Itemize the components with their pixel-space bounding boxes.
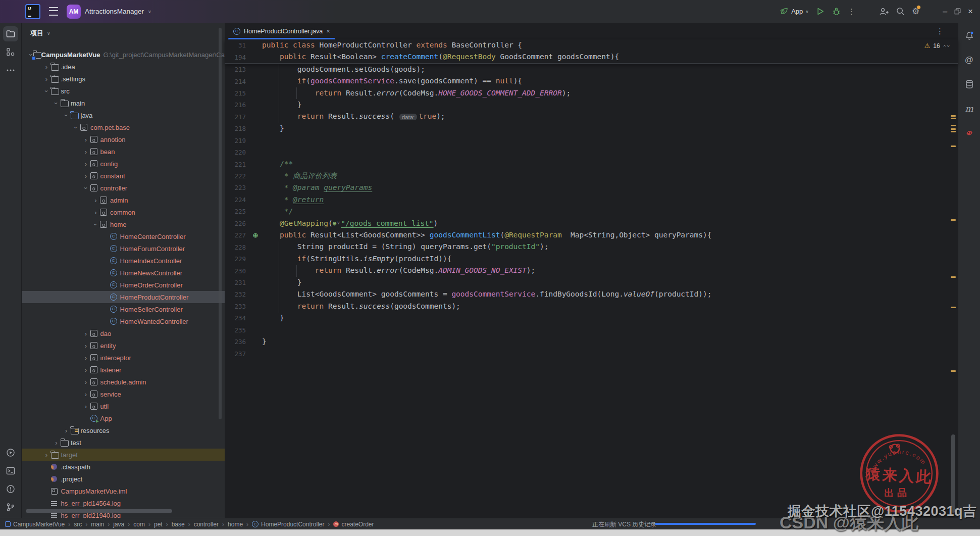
- code-line-214[interactable]: 214 if(goodsCommentService.save(goodsCom…: [225, 75, 958, 87]
- chevron-collapsed-icon[interactable]: ›: [82, 366, 90, 374]
- chevron-collapsed-icon[interactable]: ›: [82, 342, 90, 350]
- line-number[interactable]: 216: [225, 101, 249, 109]
- project-switcher[interactable]: AM AttractionsManager ∨: [67, 5, 151, 19]
- tree-item-main[interactable]: ›main: [22, 97, 225, 109]
- tree-item-controller[interactable]: ›controller: [22, 182, 225, 194]
- code-line-213[interactable]: 213 goodsComment.setGoods(goods);: [225, 64, 958, 75]
- tree-item-com.pet.base[interactable]: ›com.pet.base: [22, 121, 225, 133]
- tree-item-util[interactable]: ›util: [22, 400, 225, 412]
- next-warning-icon[interactable]: ›: [946, 45, 952, 47]
- request-mapping-gutter-icon[interactable]: ⊕: [249, 231, 262, 239]
- tool-structure-button[interactable]: [3, 44, 18, 60]
- breadcrumb-main[interactable]: main: [91, 521, 104, 528]
- tree-item-hs_err_pid14564.log[interactable]: hs_err_pid14564.log: [22, 497, 225, 509]
- chevron-expanded-icon[interactable]: ›: [43, 87, 50, 95]
- run-configuration-selector[interactable]: App ∨: [779, 7, 809, 17]
- chevron-expanded-icon[interactable]: ›: [53, 99, 60, 108]
- code-line-220[interactable]: 220: [225, 147, 958, 158]
- chevron-collapsed-icon[interactable]: ›: [82, 403, 90, 410]
- tree-item-test[interactable]: ›test: [22, 436, 225, 449]
- warning-stripe-mark[interactable]: [951, 125, 956, 126]
- code-line-221[interactable]: 221 /**: [225, 158, 958, 170]
- line-number[interactable]: 235: [225, 326, 249, 334]
- chevron-collapsed-icon[interactable]: ›: [42, 451, 51, 459]
- chevron-collapsed-icon[interactable]: ›: [82, 330, 90, 337]
- breadcrumb-java[interactable]: java: [113, 521, 124, 528]
- line-number[interactable]: 223: [225, 184, 249, 191]
- more-actions-icon[interactable]: ⋮: [848, 8, 855, 15]
- tree-item-.settings[interactable]: ›.settings: [22, 73, 225, 85]
- tree-item-resources[interactable]: ›resources: [22, 424, 225, 436]
- main-menu-icon[interactable]: [49, 7, 58, 16]
- tree-item-HomeIndexController[interactable]: HomeIndexController: [22, 255, 225, 267]
- code-line-232[interactable]: 232 List<GoodsComment> goodsComments = g…: [225, 288, 958, 300]
- code-line-219[interactable]: 219: [225, 135, 958, 147]
- chevron-collapsed-icon[interactable]: ›: [82, 160, 90, 168]
- project-panel-header[interactable]: 项目 ∨: [30, 29, 50, 38]
- breadcrumb-createOrder[interactable]: mcreateOrder: [333, 521, 374, 528]
- tree-item-common[interactable]: ›common: [22, 206, 225, 218]
- database-button[interactable]: [962, 77, 976, 91]
- tree-item-entity[interactable]: ›entity: [22, 339, 225, 352]
- tree-item-dao[interactable]: ›dao: [22, 327, 225, 339]
- code-line-230[interactable]: 230 return Result.error(CodeMsg.ADMIN_GO…: [225, 265, 958, 276]
- tree-item-.idea[interactable]: ›.idea: [22, 61, 225, 73]
- chevron-collapsed-icon[interactable]: ›: [82, 354, 90, 362]
- code-line-223[interactable]: 223 * @param queryParams: [225, 182, 958, 193]
- line-number[interactable]: 236: [225, 338, 249, 346]
- breadcrumb-base[interactable]: base: [172, 521, 185, 528]
- settings-button[interactable]: ⚙: [912, 6, 919, 17]
- line-number[interactable]: 226: [225, 220, 249, 227]
- tool-more-button[interactable]: [3, 63, 18, 78]
- tree-item-config[interactable]: ›config: [22, 158, 225, 170]
- line-number[interactable]: 213: [225, 66, 249, 73]
- chevron-expanded-icon[interactable]: ›: [82, 184, 90, 192]
- line-number[interactable]: 215: [225, 89, 249, 97]
- tree-item-home[interactable]: ›home: [22, 218, 225, 230]
- code-line-228[interactable]: 228 String productId = (String) queryPar…: [225, 241, 958, 253]
- warning-stripe-mark[interactable]: [951, 118, 956, 119]
- line-number[interactable]: 231: [225, 279, 249, 286]
- chevron-collapsed-icon[interactable]: ›: [82, 136, 90, 143]
- code-line-237[interactable]: 237: [225, 348, 958, 359]
- line-number[interactable]: 217: [225, 113, 249, 121]
- breadcrumb-home[interactable]: home: [228, 521, 243, 528]
- tree-item-annotion[interactable]: ›annotion: [22, 133, 225, 145]
- tree-item-.project[interactable]: .project: [22, 473, 225, 485]
- line-number[interactable]: 233: [225, 303, 249, 310]
- code-line-236[interactable]: 236}: [225, 336, 958, 348]
- code-line-222[interactable]: 222 * 商品评价列表: [225, 170, 958, 182]
- code-line-227[interactable]: 227⊕ public Result<List<GoodsComment>> g…: [225, 229, 958, 241]
- chevron-collapsed-icon[interactable]: ›: [52, 439, 61, 447]
- code-line-194[interactable]: 194 public Result<Boolean> createComment…: [225, 51, 958, 63]
- code-with-me-button[interactable]: [879, 7, 889, 17]
- breadcrumb-HomeProductController[interactable]: CHomeProductController: [252, 521, 324, 528]
- chevron-collapsed-icon[interactable]: ›: [82, 391, 90, 398]
- tree-item-App[interactable]: App: [22, 412, 225, 424]
- editor-options-icon[interactable]: ⋮: [936, 27, 944, 36]
- code-line-234[interactable]: 234 }: [225, 312, 958, 324]
- breadcrumb-controller[interactable]: controller: [194, 521, 219, 528]
- code-line-233[interactable]: 233 return Result.success(goodsComments)…: [225, 301, 958, 312]
- tree-item-target[interactable]: ›target: [22, 449, 225, 461]
- close-button[interactable]: ×: [968, 7, 973, 17]
- warning-stripe-mark[interactable]: [951, 115, 956, 117]
- line-number[interactable]: 227: [225, 231, 249, 239]
- line-number[interactable]: 224: [225, 196, 249, 204]
- chevron-collapsed-icon[interactable]: ›: [42, 63, 51, 71]
- tree-item-HomeNewsController[interactable]: HomeNewsController: [22, 267, 225, 279]
- ai-assistant-button[interactable]: @: [962, 53, 976, 67]
- tree-item-HomeProductController[interactable]: HomeProductController: [22, 291, 225, 303]
- line-number[interactable]: 222: [225, 172, 249, 180]
- tool-problems-button[interactable]: [3, 481, 18, 497]
- tree-item-constant[interactable]: ›constant: [22, 170, 225, 182]
- breadcrumb-CampusMarketVue[interactable]: CampusMarketVue: [5, 521, 65, 528]
- tree-item-HomeWantedController[interactable]: HomeWantedController: [22, 315, 225, 327]
- tree-item-.classpath[interactable]: .classpath: [22, 461, 225, 473]
- breadcrumb-com[interactable]: com: [133, 521, 145, 528]
- tool-project-button[interactable]: [3, 26, 18, 41]
- code-line-235[interactable]: 235: [225, 324, 958, 336]
- chevron-collapsed-icon[interactable]: ›: [82, 172, 90, 180]
- chevron-expanded-icon[interactable]: ›: [63, 111, 70, 120]
- close-tab-icon[interactable]: ×: [326, 27, 330, 35]
